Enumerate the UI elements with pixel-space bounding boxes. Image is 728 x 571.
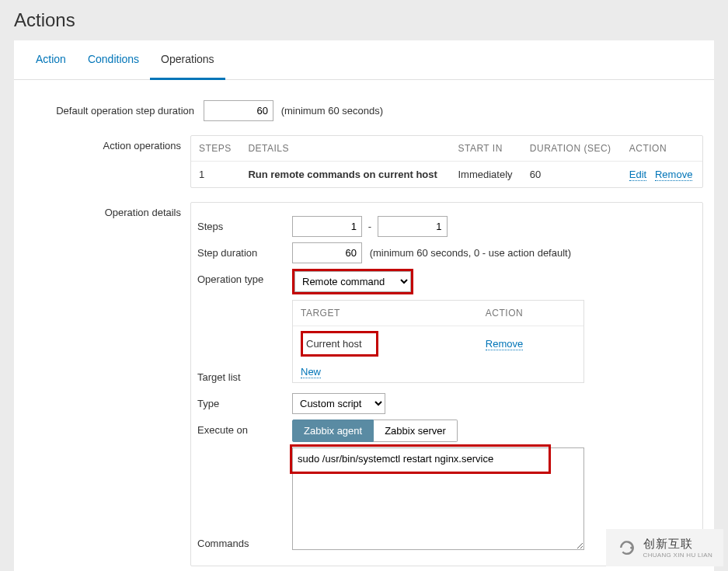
- default-duration-input[interactable]: [204, 100, 273, 121]
- col-target: TARGET: [293, 301, 478, 326]
- tab-action[interactable]: Action: [25, 40, 77, 79]
- col-target-action: ACTION: [478, 301, 583, 326]
- target-current-host: Current host: [306, 338, 362, 350]
- target-row: Current host Remove: [293, 326, 583, 362]
- target-table: TARGET ACTION Current host: [292, 300, 584, 383]
- cell-steps: 1: [191, 162, 240, 188]
- commands-textarea[interactable]: sudo /usr/bin/systemctl restart nginx.se…: [292, 447, 584, 550]
- table-row: 1 Run remote commands on current host Im…: [191, 162, 702, 188]
- step-duration-hint: (minimum 60 seconds, 0 - use action defa…: [370, 247, 571, 259]
- tabs: Action Conditions Operations: [14, 40, 714, 80]
- operations-table: STEPS DETAILS START IN DURATION (SEC) AC…: [190, 135, 703, 188]
- cell-details: Run remote commands on current host: [240, 162, 450, 188]
- step-duration-input[interactable]: [292, 242, 362, 263]
- cell-action: Edit Remove: [622, 162, 702, 188]
- tab-conditions[interactable]: Conditions: [77, 40, 150, 79]
- target-list-label: Target list: [197, 371, 292, 388]
- cell-duration: 60: [522, 162, 622, 188]
- col-details: DETAILS: [240, 136, 450, 162]
- steps-label: Steps: [197, 216, 292, 232]
- step-to-input[interactable]: [378, 216, 448, 237]
- watermark: 创新互联 CHUANG XIN HU LIAN: [606, 529, 723, 566]
- col-steps: STEPS: [191, 136, 240, 162]
- col-start: START IN: [450, 136, 521, 162]
- dash: -: [368, 221, 371, 232]
- edit-link[interactable]: Edit: [629, 169, 646, 181]
- execute-on-segment: Zabbix agent Zabbix server: [292, 420, 458, 442]
- execute-on-label: Execute on: [197, 420, 292, 436]
- execute-server-button[interactable]: Zabbix server: [374, 420, 458, 442]
- step-from-input[interactable]: [292, 216, 362, 237]
- page-title: Actions: [0, 0, 728, 40]
- svg-point-0: [630, 546, 632, 548]
- watermark-logo-icon: [617, 538, 637, 558]
- tab-operations[interactable]: Operations: [150, 40, 225, 80]
- default-duration-hint: (minimum 60 seconds): [281, 105, 384, 117]
- commands-label: Commands: [197, 538, 292, 552]
- main-panel: Action Conditions Operations Default ope…: [14, 40, 714, 571]
- type-label: Type: [197, 393, 292, 409]
- watermark-en: CHUANG XIN HU LIAN: [643, 552, 712, 559]
- col-action: ACTION: [622, 136, 702, 162]
- target-remove-link[interactable]: Remove: [486, 338, 523, 350]
- remove-link[interactable]: Remove: [655, 169, 692, 181]
- type-select[interactable]: Custom script: [292, 393, 385, 414]
- action-operations-label: Action operations: [25, 135, 190, 151]
- operation-details-box: Steps - Step duration (minimum 60 second…: [190, 202, 703, 566]
- default-duration-label: Default operation step duration: [25, 100, 204, 117]
- cell-start: Immediately: [450, 162, 521, 188]
- operation-type-label: Operation type: [197, 269, 292, 285]
- operation-details-label: Operation details: [25, 202, 190, 218]
- operation-type-select[interactable]: Remote command: [294, 271, 411, 292]
- step-duration-label: Step duration: [197, 242, 292, 259]
- execute-agent-button[interactable]: Zabbix agent: [292, 420, 374, 442]
- col-duration: DURATION (SEC): [522, 136, 622, 162]
- form: Default operation step duration (minimum…: [14, 80, 714, 571]
- target-new-link[interactable]: New: [301, 366, 321, 378]
- watermark-cn: 创新互联: [643, 537, 712, 552]
